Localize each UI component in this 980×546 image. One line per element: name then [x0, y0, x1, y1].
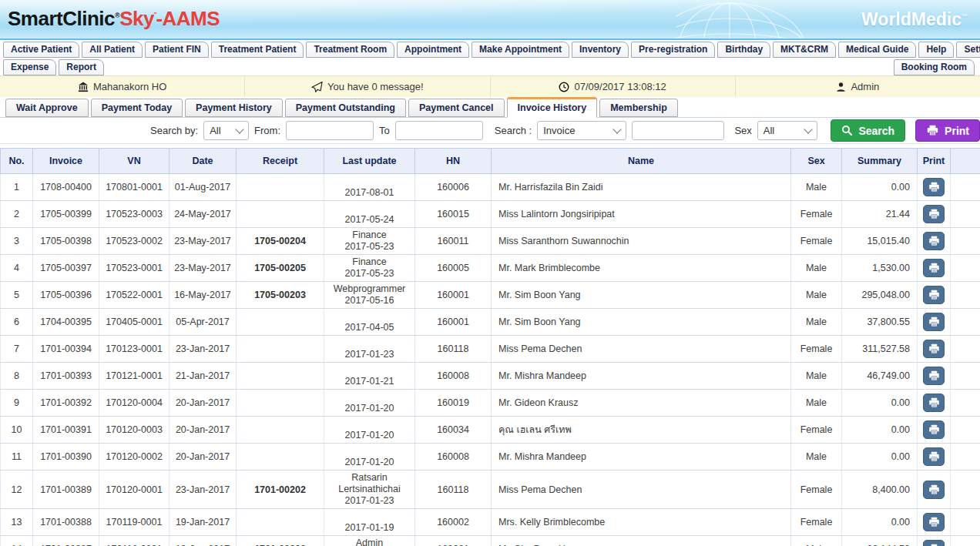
subtab-membership[interactable]: Membership — [599, 99, 678, 117]
nav-tab-booking-room[interactable]: Booking Room — [894, 59, 975, 75]
cell-sex: Male — [791, 255, 842, 282]
nav-tab-patient-fin[interactable]: Patient FIN — [145, 42, 209, 58]
cell-receipt — [237, 363, 324, 390]
cell-hn: 160118 — [415, 471, 492, 509]
cell-invoice: 1705-00398 — [33, 228, 99, 255]
col-header-sex: Sex — [791, 149, 842, 174]
cell-summary: 0.00 — [842, 174, 918, 201]
print-row-button[interactable] — [923, 481, 945, 499]
nav-tab-appointment[interactable]: Appointment — [397, 42, 469, 58]
table-row: 21705-00399170523-000324-May-20172017-05… — [1, 201, 980, 228]
cell-vn: 170120-0004 — [99, 390, 169, 417]
cell-sex: Female — [791, 228, 842, 255]
print-row-button[interactable] — [923, 232, 945, 250]
col-header-extra — [951, 149, 980, 174]
subtab-payment-outstanding[interactable]: Payment Outstanding — [285, 99, 406, 117]
cell-vn: 170121-0001 — [99, 363, 169, 390]
subtab-payment-today[interactable]: Payment Today — [91, 99, 183, 117]
cell-no: 5 — [1, 282, 33, 309]
cell-invoice: 1701-00390 — [33, 444, 99, 471]
nav-tab-all-patient[interactable]: All Patient — [82, 42, 143, 58]
print-row-button[interactable] — [923, 286, 945, 304]
nav-tab-treatment-room[interactable]: Treatment Room — [306, 42, 394, 58]
cell-print — [918, 417, 951, 444]
nav-tab-birthday[interactable]: Birthday — [717, 42, 770, 58]
print-row-button[interactable] — [923, 313, 945, 331]
printer-icon — [928, 317, 940, 327]
cell-name: Miss Pema Dechen — [492, 471, 791, 509]
subtab-invoice-history[interactable]: Invoice History — [507, 97, 598, 118]
nav-tab-help[interactable]: Help — [918, 42, 954, 58]
search-query-input[interactable] — [632, 121, 724, 140]
nav-tab-make-appointment[interactable]: Make Appointment — [472, 42, 569, 58]
search-button[interactable]: Search — [831, 119, 905, 142]
nav-tab-treatment-patient[interactable]: Treatment Patient — [211, 42, 304, 58]
print-row-button[interactable] — [923, 340, 945, 358]
cell-invoice: 1701-00391 — [33, 417, 99, 444]
nav-tab-report[interactable]: Report — [59, 59, 104, 75]
print-row-button[interactable] — [923, 394, 945, 412]
table-row: 11708-00400170801-000101-Aug-20172017-08… — [1, 174, 980, 201]
cell-invoice: 1701-00392 — [33, 390, 99, 417]
nav-tab-expense[interactable]: Expense — [3, 59, 56, 75]
cell-invoice: 1701-00387 — [33, 536, 99, 546]
from-date-input[interactable] — [286, 121, 374, 140]
cell-summary: 96,144.59 — [842, 536, 918, 546]
cell-vn: 170120-0001 — [99, 471, 169, 509]
cell-invoice: 1705-00399 — [33, 201, 99, 228]
print-row-button[interactable] — [923, 367, 945, 385]
cell-receipt — [237, 174, 324, 201]
search-icon — [841, 125, 853, 136]
nav-tab-mkt-crm[interactable]: MKT&CRM — [773, 42, 836, 58]
cell-date: 23-Jan-2017 — [169, 471, 237, 509]
print-row-button[interactable] — [923, 513, 945, 531]
search-by-select[interactable]: All — [203, 121, 249, 140]
subtab-wait-approve[interactable]: Wait Approve — [5, 99, 89, 117]
nav-tab-pre-registration[interactable]: Pre-registration — [631, 42, 715, 58]
cell-no: 13 — [1, 509, 33, 536]
subtab-payment-cancel[interactable]: Payment Cancel — [408, 99, 505, 117]
cell-no: 3 — [1, 228, 33, 255]
vendor-name: WorldMedic — [861, 9, 962, 29]
sex-select[interactable]: All — [757, 121, 818, 140]
printer-icon — [928, 517, 940, 528]
cell-invoice: 1701-00394 — [33, 336, 99, 363]
cell-date: 23-Jan-2017 — [169, 336, 237, 363]
print-row-button[interactable] — [923, 447, 945, 466]
print-row-button[interactable] — [923, 178, 945, 196]
nav-tab-active-patient[interactable]: Active Patient — [3, 42, 79, 58]
cell-vn: 170523-0002 — [99, 228, 169, 255]
print-row-button[interactable] — [923, 259, 945, 277]
print-button[interactable]: Print — [915, 119, 980, 142]
cell-summary: 311,527.58 — [842, 336, 918, 363]
cell-sex: Male — [791, 309, 842, 336]
cell-extra — [951, 282, 980, 309]
printer-icon — [928, 424, 940, 435]
to-date-input[interactable] — [395, 121, 483, 140]
cell-date: 21-Jan-2017 — [169, 363, 237, 390]
cell-receipt — [237, 444, 324, 471]
search-field-select[interactable]: Invoice — [537, 121, 626, 140]
cell-extra — [951, 444, 980, 471]
print-row-button[interactable] — [923, 540, 945, 546]
cell-extra — [951, 228, 980, 255]
cell-no: 7 — [1, 336, 33, 363]
printer-icon — [928, 451, 940, 462]
nav-tab-inventory[interactable]: Inventory — [572, 42, 629, 58]
cell-hn: 160008 — [415, 363, 492, 390]
subtab-payment-history[interactable]: Payment History — [185, 99, 283, 117]
cell-receipt — [237, 390, 324, 417]
print-row-button[interactable] — [923, 420, 945, 439]
cell-receipt — [237, 201, 324, 228]
cell-date: 19-Jan-2017 — [169, 509, 237, 536]
cell-name: Mr. Harrisfazila Bin Zaidi — [492, 174, 791, 201]
print-row-button[interactable] — [923, 205, 945, 223]
table-row: 101701-00391170120-000320-Jan-20172017-0… — [1, 417, 980, 444]
nav-tab-medical-guide[interactable]: Medical Guide — [838, 42, 916, 58]
cell-last-update: 2017-01-20 — [324, 417, 415, 444]
cell-date: 16-May-2017 — [169, 282, 237, 309]
cell-print — [918, 255, 951, 282]
cell-vn: 170405-0001 — [99, 309, 169, 336]
nav-tab-setting[interactable]: Setting — [956, 42, 980, 58]
cell-hn: 160011 — [415, 228, 492, 255]
